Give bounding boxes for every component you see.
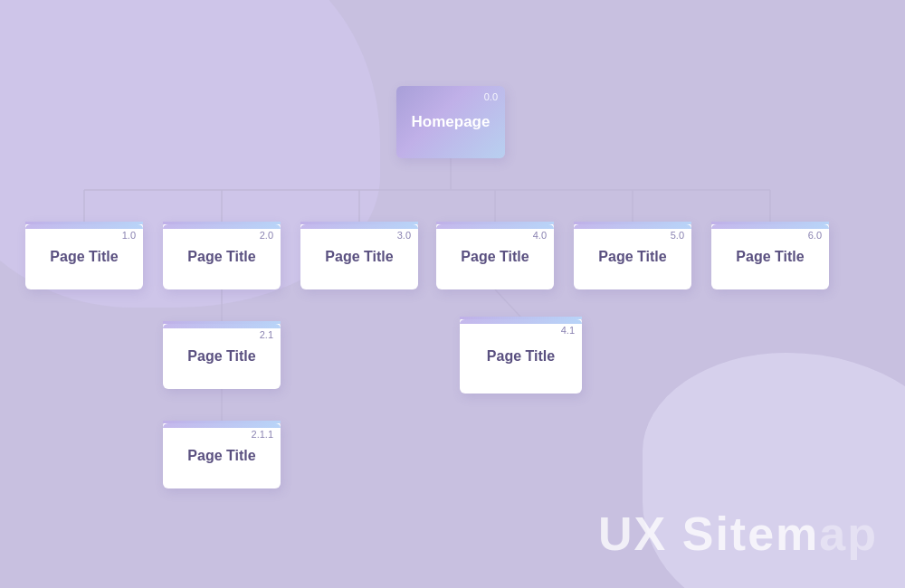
- node-5-0-label: Page Title: [591, 243, 673, 270]
- node-4-1[interactable]: 4.1 Page Title: [460, 317, 582, 394]
- node-bar: [300, 224, 418, 229]
- node-homepage-id: 0.0: [484, 91, 498, 102]
- node-3-0[interactable]: 3.0 Page Title: [300, 222, 418, 289]
- node-1-0-label: Page Title: [43, 243, 125, 270]
- node-1-0-id: 1.0: [122, 230, 136, 241]
- node-2-1-label: Page Title: [180, 343, 262, 370]
- node-2-0[interactable]: 2.0 Page Title: [163, 222, 281, 289]
- node-bar: [711, 224, 829, 229]
- node-2-1[interactable]: 2.1 Page Title: [163, 321, 281, 389]
- node-4-0-label: Page Title: [453, 243, 536, 270]
- node-2-1-1-label: Page Title: [180, 442, 262, 469]
- node-2-1-id: 2.1: [260, 329, 273, 340]
- node-2-1-1[interactable]: 2.1.1 Page Title: [163, 421, 281, 488]
- node-bar: [574, 224, 691, 229]
- node-5-0[interactable]: 5.0 Page Title: [574, 222, 691, 289]
- node-6-0[interactable]: 6.0 Page Title: [711, 222, 829, 289]
- svg-line-10: [495, 289, 520, 317]
- node-bar: [460, 319, 582, 324]
- node-2-0-id: 2.0: [260, 230, 273, 241]
- node-bar: [163, 324, 281, 328]
- node-2-0-label: Page Title: [180, 243, 262, 270]
- node-bar: [163, 423, 281, 428]
- node-3-0-label: Page Title: [318, 243, 400, 270]
- node-4-1-id: 4.1: [561, 325, 575, 336]
- node-4-0-id: 4.0: [533, 230, 547, 241]
- node-bar: [163, 224, 281, 229]
- node-2-1-1-id: 2.1.1: [252, 429, 273, 440]
- watermark-text: UX Sitemap: [598, 507, 878, 561]
- node-4-1-label: Page Title: [480, 343, 562, 370]
- node-homepage-label: Homepage: [405, 108, 498, 137]
- node-bar: [436, 224, 554, 229]
- node-6-0-label: Page Title: [729, 243, 811, 270]
- node-6-0-id: 6.0: [808, 230, 822, 241]
- node-3-0-id: 3.0: [397, 230, 411, 241]
- node-bar: [25, 224, 143, 229]
- node-homepage[interactable]: 0.0 Homepage: [396, 86, 505, 158]
- node-1-0[interactable]: 1.0 Page Title: [25, 222, 143, 289]
- node-5-0-id: 5.0: [671, 230, 684, 241]
- node-4-0[interactable]: 4.0 Page Title: [436, 222, 554, 289]
